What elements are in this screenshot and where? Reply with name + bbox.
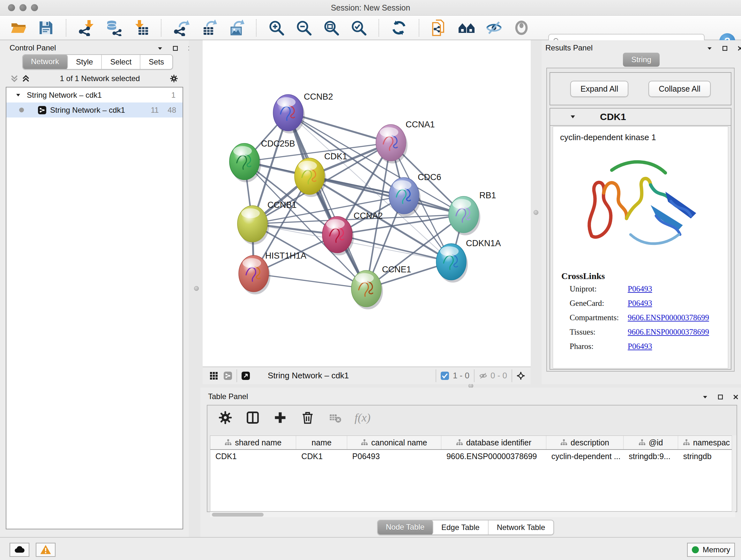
panel-close-icon[interactable] bbox=[736, 44, 741, 52]
hidden-count: 0 - 0 bbox=[490, 371, 507, 381]
refresh-view-icon[interactable] bbox=[390, 19, 408, 37]
network-view-canvas[interactable]: CCNB2CCNA1CDC25BCDK1CDC6RB1CCNB1CCNA2CDK… bbox=[203, 40, 531, 367]
node-cdc6[interactable] bbox=[389, 178, 421, 216]
show-all-eye-icon[interactable] bbox=[513, 19, 530, 37]
tab-select[interactable]: Select bbox=[102, 55, 140, 69]
crosslink-value-link[interactable]: 9606.ENSP00000378699 bbox=[628, 327, 709, 336]
show-columns-icon[interactable] bbox=[245, 409, 261, 426]
left-splitter-handle[interactable] bbox=[194, 286, 199, 291]
network-row[interactable]: String Network – cdk1 11 48 bbox=[6, 103, 183, 118]
right-splitter-handle[interactable] bbox=[534, 210, 538, 215]
tab-node-table[interactable]: Node Table bbox=[378, 520, 433, 535]
tab-edge-table[interactable]: Edge Table bbox=[433, 520, 488, 535]
node-ccna2[interactable] bbox=[322, 216, 354, 255]
selected-checkbox-icon[interactable] bbox=[441, 372, 449, 380]
column-header-shared-name[interactable]: shared name bbox=[210, 436, 296, 449]
export-network-icon[interactable] bbox=[172, 19, 190, 37]
panel-float-icon[interactable] bbox=[705, 44, 714, 52]
node-cdk1[interactable] bbox=[294, 158, 326, 197]
hide-selected-eye-icon[interactable] bbox=[485, 19, 503, 37]
import-table-icon[interactable] bbox=[132, 19, 150, 37]
panel-maximize-icon[interactable] bbox=[171, 44, 179, 52]
zoom-in-icon[interactable] bbox=[267, 19, 285, 37]
table-cell[interactable]: stringdb bbox=[678, 450, 735, 464]
gear-icon[interactable] bbox=[170, 74, 178, 83]
add-column-icon[interactable] bbox=[272, 409, 288, 426]
crosslink-value-link[interactable]: P06493 bbox=[628, 342, 652, 351]
string-network-gray-icon[interactable] bbox=[224, 372, 232, 380]
crosslink-value-link[interactable]: P06493 bbox=[628, 285, 652, 293]
node-hist1h1a[interactable] bbox=[239, 255, 270, 294]
column-header-database-identifier[interactable]: database identifier bbox=[441, 436, 546, 449]
table-cell[interactable]: 9606.ENSP00000378699 bbox=[441, 450, 546, 464]
node-rb1[interactable] bbox=[449, 196, 480, 235]
network-label: String Network – cdk1 bbox=[50, 106, 125, 115]
horizontal-scrollbar-thumb[interactable] bbox=[212, 513, 264, 516]
memory-button[interactable]: Memory bbox=[687, 543, 735, 557]
table-cell[interactable]: cyclin-dependent ... bbox=[546, 450, 624, 464]
node-ccna1[interactable] bbox=[376, 125, 408, 164]
network-graph[interactable]: CCNB2CCNA1CDC25BCDK1CDC6RB1CCNB1CCNA2CDK… bbox=[203, 40, 531, 367]
node-cdkn1a[interactable] bbox=[436, 244, 468, 283]
save-session-icon[interactable] bbox=[37, 19, 55, 37]
network-collection-row[interactable]: String Network – cdk1 1 bbox=[6, 87, 183, 103]
panel-float-icon[interactable] bbox=[156, 44, 164, 52]
share-session-file-icon[interactable] bbox=[430, 19, 448, 37]
crosslink-value-link[interactable]: P06493 bbox=[628, 299, 652, 307]
node-table[interactable]: shared namenamecanonical namedatabase id… bbox=[210, 435, 735, 511]
tree-expander-icon[interactable] bbox=[14, 91, 22, 99]
node-ccnb2[interactable] bbox=[273, 95, 305, 133]
table-cell[interactable]: stringdb:9... bbox=[623, 450, 678, 464]
table-cell[interactable]: P06493 bbox=[347, 450, 441, 464]
column-header-name[interactable]: name bbox=[296, 436, 347, 449]
collapse-all-button[interactable]: Collapse All bbox=[649, 81, 711, 97]
expand-all-button[interactable]: Expand All bbox=[570, 81, 628, 97]
tab-string[interactable]: String bbox=[623, 53, 660, 67]
collapse-all-tree-icon[interactable] bbox=[10, 74, 18, 83]
birds-eye-view-icon[interactable] bbox=[242, 372, 250, 380]
crosslink-row: Pharos:P06493 bbox=[569, 342, 652, 351]
node-ccnb1[interactable] bbox=[238, 206, 269, 245]
tab-network-table[interactable]: Network Table bbox=[488, 520, 554, 535]
panel-maximize-icon[interactable] bbox=[721, 44, 729, 52]
horizontal-scrollbar[interactable] bbox=[210, 511, 735, 517]
panel-close-icon[interactable] bbox=[731, 393, 740, 401]
gene-section-header[interactable]: CDK1 bbox=[550, 109, 731, 126]
grid-view-icon[interactable] bbox=[210, 372, 218, 380]
node-label-ccne1: CCNE1 bbox=[382, 265, 411, 274]
fit-content-icon[interactable] bbox=[322, 19, 340, 37]
column-header-canonical-name[interactable]: canonical name bbox=[347, 436, 441, 449]
table-cell[interactable]: CDK1 bbox=[296, 450, 347, 464]
tab-network[interactable]: Network bbox=[23, 55, 68, 69]
hidden-eye-icon bbox=[479, 372, 487, 380]
column-header-namespac[interactable]: namespac bbox=[678, 436, 735, 449]
zoom-selected-icon[interactable] bbox=[350, 19, 367, 37]
open-session-icon[interactable] bbox=[10, 19, 27, 37]
window-title: Session: New Session bbox=[0, 3, 741, 12]
fit-selected-crosshair-icon[interactable] bbox=[517, 372, 525, 380]
expand-all-tree-icon[interactable] bbox=[22, 74, 30, 83]
export-table-icon[interactable] bbox=[200, 19, 218, 37]
table-row[interactable]: CDK1CDK1P064939606.ENSP00000378699cyclin… bbox=[210, 450, 735, 464]
tab-sets[interactable]: Sets bbox=[140, 55, 172, 69]
panel-maximize-icon[interactable] bbox=[716, 393, 724, 401]
import-network-database-icon[interactable] bbox=[105, 19, 123, 37]
table-cell[interactable]: CDK1 bbox=[210, 450, 296, 464]
table-settings-gear-icon[interactable] bbox=[217, 409, 233, 426]
zoom-out-icon[interactable] bbox=[295, 19, 313, 37]
delete-column-trash-icon[interactable] bbox=[299, 409, 316, 426]
import-network-file-icon[interactable] bbox=[77, 19, 95, 37]
home-icon[interactable] bbox=[458, 19, 475, 37]
column-header--id[interactable]: @id bbox=[623, 436, 678, 449]
cloud-button[interactable] bbox=[10, 543, 29, 557]
vertical-scrollbar[interactable] bbox=[732, 435, 737, 511]
crosslink-value-link[interactable]: 9606.ENSP00000378699 bbox=[628, 313, 709, 322]
tab-style[interactable]: Style bbox=[68, 55, 102, 69]
export-image-icon[interactable] bbox=[227, 19, 245, 37]
network-status-dot bbox=[19, 108, 24, 112]
node-ccne1[interactable] bbox=[351, 270, 383, 309]
warnings-button[interactable] bbox=[36, 543, 56, 557]
panel-float-icon[interactable] bbox=[701, 393, 709, 401]
column-header-description[interactable]: description bbox=[546, 436, 624, 449]
section-expander-icon[interactable] bbox=[569, 113, 577, 121]
